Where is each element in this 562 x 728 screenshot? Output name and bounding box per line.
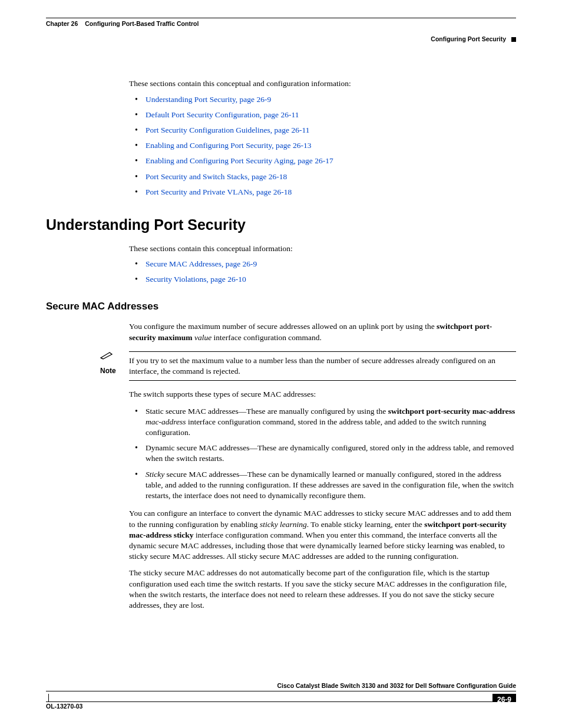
mac-types-list: Static secure MAC addresses—These are ma… <box>129 406 516 502</box>
list-item: Port Security and Private VLANs, page 26… <box>129 187 516 197</box>
note-label: Note <box>100 366 129 375</box>
list-item: Enabling and Configuring Port Security, … <box>129 140 516 151</box>
section-header-text: Configuring Port Security <box>431 35 506 42</box>
link-switch-stacks[interactable]: Port Security and Switch Stacks, page 26… <box>146 172 287 181</box>
top-link-list: Understanding Port Security, page 26-9 D… <box>129 94 516 198</box>
paragraph-supports-types: The switch supports these types of secur… <box>129 389 516 400</box>
list-item-sticky: Sticky secure MAC addresses—These can be… <box>129 469 516 502</box>
note-body: If you try to set the maximum value to a… <box>129 351 516 381</box>
link-private-vlans[interactable]: Port Security and Private VLANs, page 26… <box>146 187 292 196</box>
paragraph-configure-max: You configure the maximum number of secu… <box>129 321 516 342</box>
list-item: Default Port Security Configuration, pag… <box>129 110 516 120</box>
list-item: Secure MAC Addresses, page 26-9 <box>129 259 516 269</box>
text: secure MAC addresses—These can be dynami… <box>146 470 514 500</box>
footer-rule <box>46 691 516 691</box>
text: You configure the maximum number of secu… <box>129 322 437 331</box>
list-item: Understanding Port Security, page 26-9 <box>129 94 516 105</box>
section-header-right: Configuring Port Security <box>46 35 516 43</box>
header-rule <box>46 18 516 18</box>
heading-understanding: Understanding Port Security <box>46 215 516 235</box>
list-item: Security Violations, page 26-10 <box>129 274 516 285</box>
chapter-title: Configuring Port-Based Traffic Control <box>85 19 199 28</box>
page-number-badge: 26-9 <box>492 694 516 702</box>
pencil-icon <box>100 351 114 360</box>
text: . To enable sticky learning, enter the <box>307 520 424 529</box>
argument-text: mac-address <box>146 417 186 426</box>
intro-paragraph-2: These sections contain this conceptual i… <box>129 243 516 254</box>
paragraph-sticky-learning: You can configure an interface to conver… <box>129 508 516 562</box>
note-icon-column: Note <box>100 351 129 375</box>
footer-rule-2: 26-9 <box>46 694 516 702</box>
emphasis-text: sticky learning <box>260 520 307 529</box>
footer-bottom-row: OL-13270-03 <box>46 702 516 710</box>
emphasis-text: Sticky <box>146 470 164 479</box>
link-config-guidelines[interactable]: Port Security Configuration Guidelines, … <box>146 126 309 134</box>
link-understanding[interactable]: Understanding Port Security, page 26-9 <box>146 95 271 104</box>
list-item: Enabling and Configuring Port Security A… <box>129 156 516 166</box>
list-item: Port Security and Switch Stacks, page 26… <box>129 172 516 182</box>
sub-link-list: Secure MAC Addresses, page 26-9 Security… <box>129 259 516 285</box>
text: Static secure MAC addresses—These are ma… <box>146 407 388 416</box>
doc-id: OL-13270-03 <box>46 702 82 710</box>
heading-secure-mac: Secure MAC Addresses <box>46 300 516 314</box>
list-item: Port Security Configuration Guidelines, … <box>129 125 516 136</box>
footer-guide-title: Cisco Catalyst Blade Switch 3130 and 303… <box>46 681 516 691</box>
link-violations[interactable]: Security Violations, page 26-10 <box>146 275 246 284</box>
intro-paragraph-1: These sections contain this conceptual a… <box>129 78 516 89</box>
link-enabling[interactable]: Enabling and Configuring Port Security, … <box>146 141 311 150</box>
text: interface configuration command. <box>211 333 322 342</box>
page: Chapter 26 Configuring Port-Based Traffi… <box>0 0 562 728</box>
text: interface configuration command, stored … <box>146 417 486 437</box>
list-item-static: Static secure MAC addresses—These are ma… <box>129 406 516 439</box>
running-header: Chapter 26 Configuring Port-Based Traffi… <box>46 19 516 28</box>
argument-text: value <box>193 333 212 342</box>
content-block: These sections contain this conceptual a… <box>129 78 516 611</box>
list-item-dynamic: Dynamic secure MAC addresses—These are d… <box>129 443 516 464</box>
page-footer: Cisco Catalyst Blade Switch 3130 and 303… <box>46 681 516 710</box>
link-default-config[interactable]: Default Port Security Configuration, pag… <box>146 110 299 119</box>
command-text: switchport port-security mac-address <box>388 407 515 416</box>
header-marker-icon <box>511 37 516 42</box>
note-block: Note If you try to set the maximum value… <box>100 351 516 381</box>
paragraph-save-config: The sticky secure MAC addresses do not a… <box>129 568 516 611</box>
link-aging[interactable]: Enabling and Configuring Port Security A… <box>146 156 333 165</box>
link-secure-mac[interactable]: Secure MAC Addresses, page 26-9 <box>146 259 257 268</box>
chapter-number: Chapter 26 <box>46 19 78 28</box>
